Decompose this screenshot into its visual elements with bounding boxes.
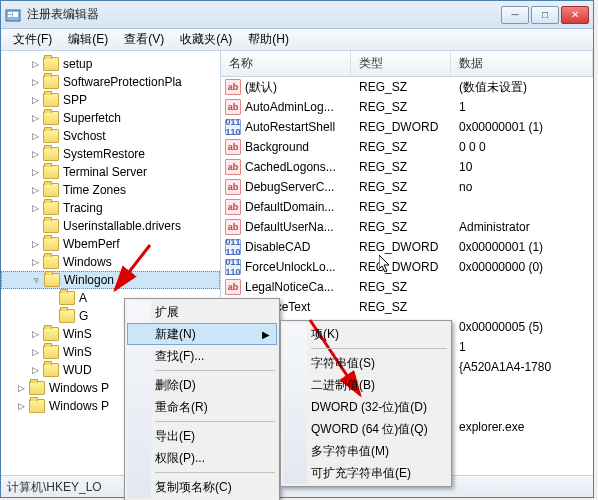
folder-icon — [43, 75, 59, 89]
folder-icon — [43, 165, 59, 179]
expand-icon[interactable]: ▷ — [29, 130, 41, 142]
list-row[interactable]: abDefaultDomain...REG_SZ — [221, 197, 593, 217]
ctx-new-qword[interactable]: QWORD (64 位)值(Q) — [283, 418, 449, 440]
expand-icon[interactable]: ▷ — [29, 346, 41, 358]
folder-icon — [43, 111, 59, 125]
value-name: Background — [245, 140, 309, 154]
tree-item[interactable]: ▷setup — [1, 55, 220, 73]
value-type: REG_SZ — [351, 160, 451, 174]
list-row[interactable]: abCachedLogons...REG_SZ10 — [221, 157, 593, 177]
app-icon — [5, 7, 21, 23]
list-row[interactable]: abDebugServerC...REG_SZno — [221, 177, 593, 197]
value-data: 10 — [451, 160, 593, 174]
expand-icon[interactable] — [45, 292, 57, 304]
tree-item[interactable]: ▷Svchost — [1, 127, 220, 145]
folder-icon — [43, 93, 59, 107]
expand-icon[interactable]: ▷ — [29, 58, 41, 70]
ctx-permissions[interactable]: 权限(P)... — [127, 447, 277, 469]
expand-icon[interactable]: ▷ — [29, 202, 41, 214]
tree-item[interactable]: ▷SoftwareProtectionPla — [1, 73, 220, 91]
tree-item[interactable]: Userinstallable.drivers — [1, 217, 220, 235]
tree-label: SPP — [63, 93, 87, 107]
tree-item[interactable]: ▷Time Zones — [1, 181, 220, 199]
tree-item[interactable]: ▿Winlogon — [1, 271, 220, 289]
expand-icon[interactable] — [45, 310, 57, 322]
value-data: Administrator — [451, 220, 593, 234]
expand-icon[interactable]: ▷ — [29, 112, 41, 124]
list-row[interactable]: abLegalNoticeCa...REG_SZ — [221, 277, 593, 297]
value-type: REG_SZ — [351, 140, 451, 154]
expand-icon[interactable]: ▷ — [29, 166, 41, 178]
ctx-delete[interactable]: 删除(D) — [127, 374, 277, 396]
menu-file[interactable]: 文件(F) — [5, 29, 60, 50]
expand-icon[interactable]: ▷ — [29, 76, 41, 88]
col-type[interactable]: 类型 — [351, 51, 451, 76]
value-type: REG_SZ — [351, 220, 451, 234]
ctx-new-dword[interactable]: DWORD (32-位)值(D) — [283, 396, 449, 418]
tree-label: SoftwareProtectionPla — [63, 75, 182, 89]
value-data: {A520A1A4-1780 — [451, 360, 593, 374]
folder-icon — [43, 327, 59, 341]
ctx-new-key[interactable]: 项(K) — [283, 323, 449, 345]
expand-icon[interactable]: ▷ — [29, 238, 41, 250]
folder-icon — [59, 291, 75, 305]
tree-item[interactable]: ▷SystemRestore — [1, 145, 220, 163]
ctx-new-multistring[interactable]: 多字符串值(M) — [283, 440, 449, 462]
list-row[interactable]: 011110AutoRestartShellREG_DWORD0x0000000… — [221, 117, 593, 137]
list-row[interactable]: abDefaultUserNa...REG_SZAdministrator — [221, 217, 593, 237]
ctx-find[interactable]: 查找(F)... — [127, 345, 277, 367]
menu-help[interactable]: 帮助(H) — [240, 29, 297, 50]
col-name[interactable]: 名称 — [221, 51, 351, 76]
expand-icon[interactable]: ▷ — [29, 328, 41, 340]
maximize-button[interactable]: □ — [531, 6, 559, 24]
separator — [155, 370, 275, 371]
ctx-expand[interactable]: 扩展 — [127, 301, 277, 323]
close-button[interactable]: ✕ — [561, 6, 589, 24]
value-data: no — [451, 180, 593, 194]
ctx-new-expandstring[interactable]: 可扩充字符串值(E) — [283, 462, 449, 484]
expand-icon[interactable] — [29, 220, 41, 232]
expand-icon[interactable]: ▷ — [29, 184, 41, 196]
folder-icon — [29, 399, 45, 413]
list-row[interactable]: abAutoAdminLog...REG_SZ1 — [221, 97, 593, 117]
ctx-export[interactable]: 导出(E) — [127, 425, 277, 447]
context-menu-key: 扩展 新建(N)▶ 查找(F)... 删除(D) 重命名(R) 导出(E) 权限… — [124, 298, 280, 500]
folder-icon — [29, 381, 45, 395]
expand-icon[interactable]: ▷ — [29, 256, 41, 268]
value-name: ForceUnlockLo... — [245, 260, 336, 274]
ctx-copy-key-name[interactable]: 复制项名称(C) — [127, 476, 277, 498]
list-row[interactable]: ab(默认)REG_SZ(数值未设置) — [221, 77, 593, 97]
binary-value-icon: 011110 — [225, 119, 241, 135]
tree-item[interactable]: ▷Windows — [1, 253, 220, 271]
expand-icon[interactable]: ▷ — [29, 364, 41, 376]
string-value-icon: ab — [225, 139, 241, 155]
ctx-new-string[interactable]: 字符串值(S) — [283, 352, 449, 374]
tree-item[interactable]: ▷WbemPerf — [1, 235, 220, 253]
list-row[interactable]: 011110ForceUnlockLo...REG_DWORD0x0000000… — [221, 257, 593, 277]
col-data[interactable]: 数据 — [451, 51, 593, 76]
tree-label: SystemRestore — [63, 147, 145, 161]
list-row[interactable]: abBackgroundREG_SZ0 0 0 — [221, 137, 593, 157]
tree-item[interactable]: ▷Terminal Server — [1, 163, 220, 181]
minimize-button[interactable]: ─ — [501, 6, 529, 24]
value-type: REG_SZ — [351, 300, 451, 314]
expand-icon[interactable]: ▿ — [30, 274, 42, 286]
tree-item[interactable]: ▷SPP — [1, 91, 220, 109]
expand-icon[interactable]: ▷ — [15, 400, 27, 412]
expand-icon[interactable]: ▷ — [29, 148, 41, 160]
menu-favorites[interactable]: 收藏夹(A) — [172, 29, 240, 50]
ctx-new[interactable]: 新建(N)▶ — [127, 323, 277, 345]
ctx-rename[interactable]: 重命名(R) — [127, 396, 277, 418]
folder-icon — [43, 345, 59, 359]
string-value-icon: ab — [225, 159, 241, 175]
expand-icon[interactable]: ▷ — [29, 94, 41, 106]
menu-view[interactable]: 查看(V) — [116, 29, 172, 50]
menu-edit[interactable]: 编辑(E) — [60, 29, 116, 50]
tree-item[interactable]: ▷Tracing — [1, 199, 220, 217]
tree-label: setup — [63, 57, 92, 71]
list-row[interactable]: 011110DisableCADREG_DWORD0x00000001 (1) — [221, 237, 593, 257]
tree-label: Tracing — [63, 201, 103, 215]
ctx-new-binary[interactable]: 二进制值(B) — [283, 374, 449, 396]
tree-item[interactable]: ▷Superfetch — [1, 109, 220, 127]
expand-icon[interactable]: ▷ — [15, 382, 27, 394]
